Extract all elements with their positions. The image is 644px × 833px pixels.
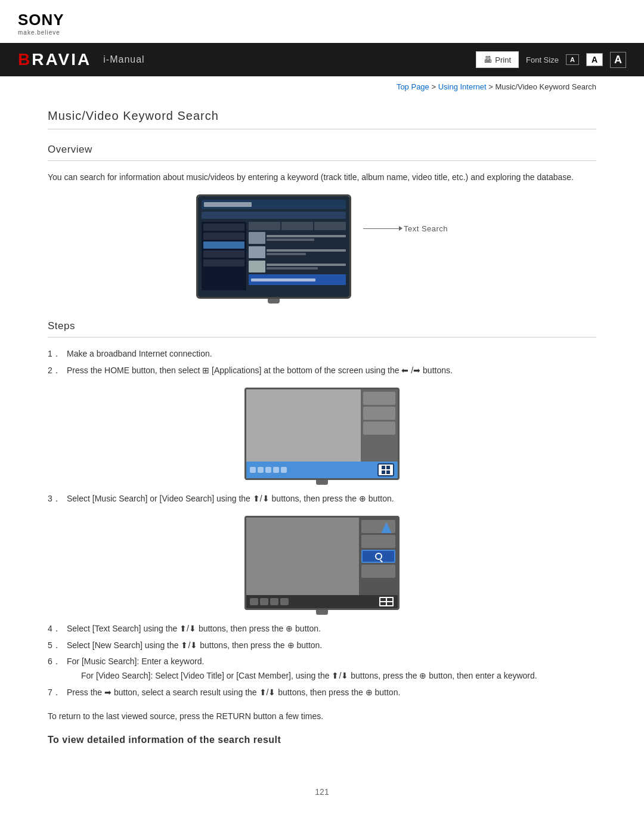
tv-nav-dot-1 — [250, 467, 256, 473]
tv-magnify-circle — [375, 553, 382, 560]
tv-step3-nav — [246, 595, 398, 608]
step-6: 6． For [Music Search]: Enter a keyword. … — [48, 655, 596, 683]
tv-step3-btn-2 — [260, 598, 268, 605]
tv-thumb-3 — [249, 261, 265, 272]
tv-step3-btn-1 — [250, 598, 258, 605]
step-5: 5． Select [New Search] using the ⬆/⬇ but… — [48, 639, 596, 653]
tv-apps-sq-3 — [382, 470, 385, 474]
tv-step2-item-3 — [363, 422, 395, 435]
step-4-content: Select [Text Search] using the ⬆/⬇ butto… — [67, 622, 596, 636]
tv-overview-screen — [196, 194, 351, 299]
tv-search-title-bar — [204, 202, 252, 207]
print-button[interactable]: 🖶 Print — [476, 51, 519, 68]
step-3-content: Select [Music Search] or [Video Search] … — [67, 492, 596, 506]
steps-section: Steps 1． Make a broadband Internet conne… — [48, 320, 596, 745]
tv-screenshot-wrapper — [196, 194, 351, 304]
text-search-arrow: Text Search — [363, 224, 448, 233]
text-search-arrow-line — [363, 228, 399, 229]
top-bar: SONY make.believe — [0, 0, 644, 43]
imanual-label: i-Manual — [103, 54, 144, 65]
print-label: Print — [495, 55, 511, 64]
tv-result-row-2 — [249, 246, 346, 259]
tv-apps-s4 — [387, 602, 392, 605]
tv-step3-btn-3 — [270, 598, 278, 605]
tv-apps-grid — [382, 466, 390, 474]
main-content: Music/Video Keyword Search Overview You … — [0, 97, 644, 769]
overview-screenshot-container: Text Search — [48, 194, 596, 304]
tv-step3-screen — [244, 516, 400, 610]
page-number: 121 — [0, 787, 644, 809]
tv-col-2 — [281, 222, 313, 230]
step-7-num: 7． — [48, 686, 62, 700]
breadcrumb-current: Music/Video Keyword Search — [495, 82, 596, 91]
tv-result-row-1 — [249, 231, 346, 244]
text-search-label: Text Search — [404, 224, 448, 233]
tv-text-search-line — [251, 278, 316, 281]
tv-left-panel — [202, 222, 246, 290]
tv-thumb-1 — [249, 232, 265, 244]
tv-col-1 — [249, 222, 280, 230]
tv-step3-wrapper — [244, 516, 400, 615]
tv-text-search-row — [249, 274, 346, 285]
step-5-num: 5． — [48, 639, 62, 653]
tv-step2-item-2 — [363, 407, 395, 420]
step-1-num: 1． — [48, 347, 62, 361]
steps-list-2: 3． Select [Music Search] or [Video Searc… — [48, 492, 596, 506]
tv-nav-dot-3 — [265, 467, 271, 473]
tv-stand — [268, 299, 280, 304]
tv-info-3 — [267, 264, 346, 270]
step-7-content: Press the ➡ button, select a search resu… — [67, 686, 596, 700]
tv-apps-sq-2 — [386, 466, 390, 469]
sony-logo: SONY make.believe — [18, 11, 626, 36]
tv-apps-icon — [377, 463, 394, 476]
bravia-logo: BRAVIA — [18, 50, 91, 69]
tv-left-item-4 — [203, 259, 244, 267]
tv-step2-screen — [244, 388, 400, 480]
sony-tagline: make.believe — [18, 29, 60, 36]
step-5-content: Select [New Search] using the ⬆/⬇ button… — [67, 639, 596, 653]
tv-info-2 — [267, 249, 346, 255]
tv-info-line-6 — [267, 267, 318, 270]
tv-info-line-4 — [267, 253, 306, 255]
breadcrumb-sep2: > — [487, 82, 496, 91]
tv-step3-item-2 — [361, 535, 395, 548]
step-2-screenshot — [48, 388, 596, 485]
tv-left-item-active — [203, 241, 244, 249]
step-7: 7． Press the ➡ button, select a search r… — [48, 686, 596, 700]
font-small-button[interactable]: A — [566, 54, 579, 65]
tv-info-line-5 — [267, 264, 346, 266]
overview-title: Overview — [48, 144, 596, 161]
step-2-num: 2． — [48, 364, 62, 378]
tv-step2-item-1 — [363, 392, 395, 405]
bravia-left-group: BRAVIA i-Manual — [18, 50, 145, 69]
tv-info-1 — [267, 235, 346, 241]
tv-apps-s1 — [380, 598, 386, 601]
tv-step2-nav — [246, 462, 398, 478]
tv-magnify-handle — [380, 559, 383, 562]
tv-left-item-2 — [203, 233, 244, 240]
return-note: To return to the last viewed source, pre… — [48, 710, 596, 723]
step-2-content: Press the HOME button, then select ⊞ [Ap… — [67, 364, 596, 378]
tv-step3-btn-4 — [280, 598, 289, 605]
tv-apps-sq-4 — [386, 470, 390, 474]
step-6-num: 6． — [48, 655, 62, 683]
step-4: 4． Select [Text Search] using the ⬆/⬇ bu… — [48, 622, 596, 636]
font-large-button[interactable]: A — [610, 52, 626, 68]
tv-results-layout — [202, 222, 346, 290]
bravia-navbar: BRAVIA i-Manual 🖶 Print Font Size A A A — [0, 43, 644, 76]
breadcrumb-top-page[interactable]: Top Page — [397, 82, 429, 91]
breadcrumb-using-internet[interactable]: Using Internet — [438, 82, 487, 91]
tv-apps-s3 — [380, 602, 386, 605]
font-medium-button[interactable]: A — [586, 53, 603, 66]
tv-left-item-1 — [203, 224, 244, 231]
step-6-sub: For [Video Search]: Select [Video Title]… — [81, 669, 537, 683]
tv-col-headers — [249, 222, 346, 230]
tv-step3-apps — [379, 596, 394, 607]
sony-brand-text: SONY — [18, 11, 64, 29]
tv-step3-item-3 — [361, 565, 395, 578]
steps-list-3: 4． Select [Text Search] using the ⬆/⬇ bu… — [48, 622, 596, 700]
font-size-label: Font Size — [526, 55, 559, 64]
text-search-label-container: Text Search — [363, 194, 448, 233]
print-icon: 🖶 — [484, 55, 492, 64]
tv-result-row-3 — [249, 260, 346, 273]
